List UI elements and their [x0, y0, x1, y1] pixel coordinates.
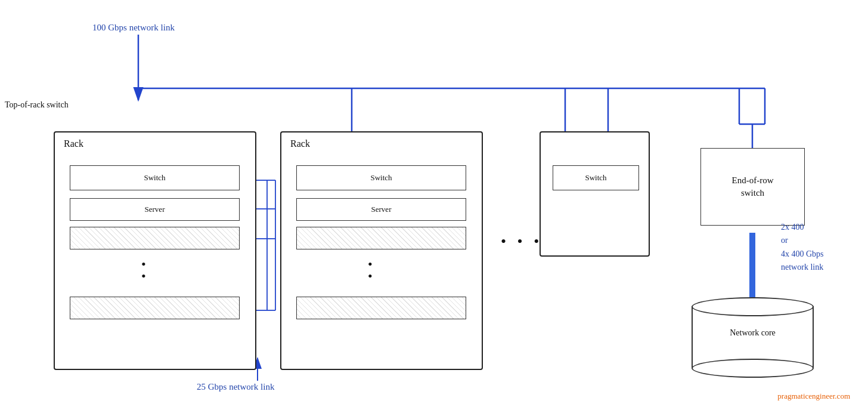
rack2-row-bottom — [296, 297, 466, 319]
rack1-title: Rack — [64, 138, 83, 149]
cylinder-left — [692, 307, 693, 368]
label-100gbps: 100 Gbps network link — [92, 23, 175, 33]
rack2-row1 — [296, 227, 466, 249]
end-of-row-switch: End-of-rowswitch — [700, 148, 805, 226]
label-top-of-rack: Top-of-rack switch — [5, 100, 69, 110]
rack2-switch: Switch — [296, 165, 466, 190]
label-speed: 2x 400or4x 400 Gbpsnetwork link — [781, 221, 824, 275]
rack1-server: Server — [70, 198, 240, 221]
cylinder-bottom — [692, 359, 814, 378]
rack2-server: Server — [296, 198, 466, 221]
rack1-switch: Switch — [70, 165, 240, 190]
network-core-container: Network core — [692, 297, 814, 375]
rack3-box: Switch — [540, 131, 650, 257]
end-of-row-label: End-of-rowswitch — [732, 174, 774, 199]
cylinder-top — [692, 297, 814, 316]
cylinder-right — [813, 307, 814, 368]
label-25gbps: 25 Gbps network link — [197, 382, 274, 392]
rack1-row1 — [70, 227, 240, 249]
rack2-box: Rack Switch Server • • — [280, 131, 483, 370]
rack2-dots2: • — [368, 269, 373, 284]
rack2-title: Rack — [290, 138, 310, 149]
rack3-switch: Switch — [553, 165, 639, 190]
diagram-container: 100 Gbps network link Top-of-rack switch… — [0, 0, 868, 410]
rack1-box: Rack Switch Server • • — [54, 131, 256, 370]
rack1-row-bottom — [70, 297, 240, 319]
ellipsis-racks: • • • — [501, 233, 542, 251]
rack1-dots2: • — [141, 269, 147, 284]
network-core-label: Network core — [692, 328, 814, 338]
footer-link: pragmaticengineer.com — [777, 391, 850, 401]
